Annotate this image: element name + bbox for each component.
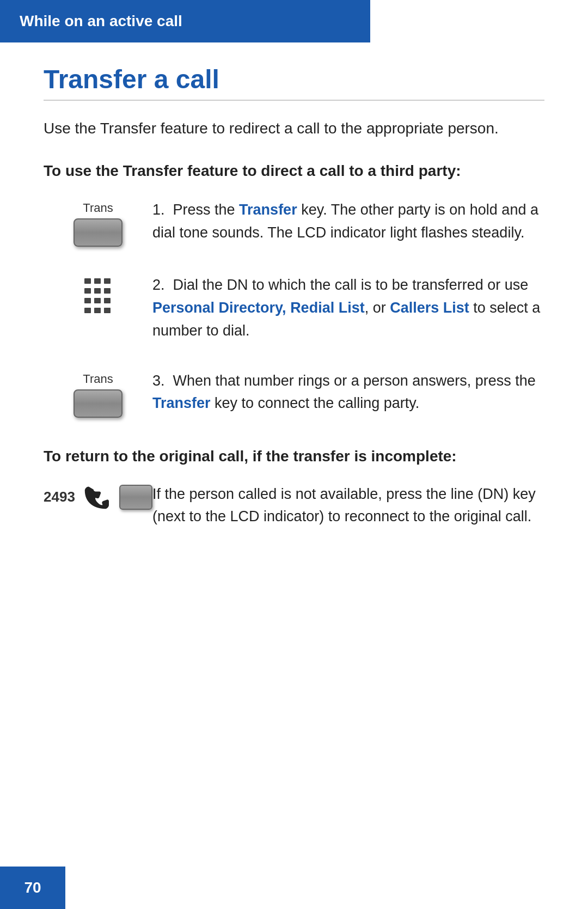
key-dot [94, 278, 101, 284]
key-dot [104, 288, 111, 294]
intro-paragraph: Use the Transfer feature to redirect a c… [44, 117, 544, 140]
key-dot [104, 278, 111, 284]
step-3-text: 3. When that number rings or a person an… [152, 370, 544, 416]
section1-heading: To use the Transfer feature to direct a … [44, 160, 544, 182]
step-1-row: Trans 1. Press the Transfer key. The oth… [44, 199, 544, 247]
step-3-icon: Trans [44, 370, 152, 418]
step-1-number: 1. [152, 202, 173, 218]
section2-heading: To return to the original call, if the t… [44, 445, 544, 468]
trans-button-1 [74, 218, 122, 247]
section2-content: 2493 If the person called is not availab… [44, 483, 544, 529]
step-3-row: Trans 3. When that number rings or a per… [44, 370, 544, 418]
step-1-highlight-transfer: Transfer [239, 202, 297, 218]
section2-icon-col: 2493 [44, 483, 152, 522]
icon-row: 2493 [44, 483, 152, 511]
line-dn-button [119, 485, 152, 510]
key-dot [104, 298, 111, 303]
step-2-text: 2. Dial the DN to which the call is to b… [152, 274, 544, 343]
footer-bar: 70 [0, 867, 65, 909]
step-1-text: 1. Press the Transfer key. The other par… [152, 199, 544, 245]
trans-label-1: Trans [83, 201, 113, 215]
phone-number-label: 2493 [44, 489, 75, 505]
key-dot [84, 288, 91, 294]
key-dot [84, 278, 91, 284]
section2-text: If the person called is not available, p… [152, 483, 544, 529]
trans-label-3: Trans [83, 372, 113, 386]
step-1-icon: Trans [44, 199, 152, 247]
key-dot [94, 288, 101, 294]
step-2-highlight-callers: Callers List [390, 300, 469, 316]
step-2-highlight-redial: Redial List [290, 300, 365, 316]
key-dot [84, 308, 91, 313]
key-dot [94, 298, 101, 303]
step-2-highlight-personal: Personal Directory, [152, 300, 286, 316]
header-bar: While on an active call [0, 0, 370, 42]
main-content: Transfer a call Use the Transfer feature… [0, 42, 588, 583]
page-title: Transfer a call [44, 64, 544, 101]
phone-icon [84, 483, 111, 511]
step-2-icon [44, 274, 152, 315]
keypad-icon [84, 278, 112, 315]
footer-page-number: 70 [24, 879, 41, 896]
header-label: While on an active call [20, 13, 182, 30]
step-3-highlight-transfer: Transfer [152, 395, 211, 411]
steps-container: Trans 1. Press the Transfer key. The oth… [44, 199, 544, 418]
step-2-number: 2. [152, 277, 173, 293]
step-3-number: 3. [152, 373, 173, 389]
key-dot [104, 308, 111, 313]
key-dot [94, 308, 101, 313]
key-dot [84, 298, 91, 303]
step-2-row: 2. Dial the DN to which the call is to b… [44, 274, 544, 343]
trans-button-3 [74, 389, 122, 418]
